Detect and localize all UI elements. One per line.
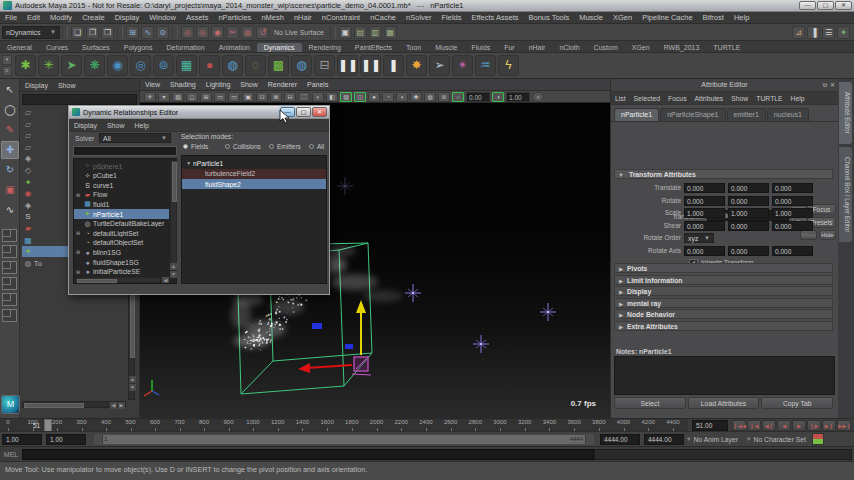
expand-icon[interactable]: ⊞ [74,249,82,255]
range-bar[interactable]: 1 4444 [94,434,594,445]
rotate-tool[interactable]: ↻ [1,161,19,179]
scale-tool[interactable]: ▣ [1,181,19,199]
dre-hscrollbar[interactable] [75,277,161,283]
attr-value-field[interactable]: 0.000 [684,196,725,206]
mode-radio-emitters[interactable]: Emitters [269,143,301,150]
dre-object-item[interactable]: ⊞●initialParticleSE [74,267,169,277]
exposure-icon[interactable]: ☼ [452,92,464,102]
dre-object-item[interactable]: ⊞◔defaultLightSet [74,228,169,238]
character-set-selector[interactable]: No Character Set [753,436,806,443]
section-display[interactable]: ▶Display [614,286,833,296]
pins-collide-icon[interactable]: ❚❚ [360,55,381,76]
play-backwards-button[interactable]: ◀ [777,420,791,431]
dre-connections-list[interactable]: ▾nParticle1turbulenceField2fluidShape2 [181,155,327,284]
play-forwards-button[interactable]: ▶ [792,420,806,431]
dynamic-relationships-editor-window[interactable]: Dynamic Relationships Editor — ▢ ✕ Displ… [68,105,330,295]
newton-field-icon[interactable]: ◍ [291,55,312,76]
isolate-select-icon[interactable]: ◖ [396,92,408,102]
shelf-tab-custom[interactable]: Custom [587,43,625,52]
playback-end-field[interactable]: 4444.00 [600,434,640,445]
xray-icon[interactable]: ◔ [382,92,394,102]
ae-menu-help[interactable]: Help [787,95,809,102]
outliner-menu-display[interactable]: Display [20,82,53,89]
command-input-field[interactable] [22,449,594,460]
frame-all-icon[interactable]: ⛶ [298,92,310,102]
scroll-down-icon[interactable]: ▼ [129,384,136,391]
nconstraint-icon[interactable]: ⊚ [153,55,174,76]
viewport-menu-lighting[interactable]: Lighting [201,81,236,88]
mode-radio-all[interactable]: All [309,143,324,150]
shelf-tab-fluids[interactable]: Fluids [464,43,497,52]
attr-value-field[interactable]: 0.000 [772,183,813,193]
image-plane-icon[interactable]: ▧ [172,92,184,102]
attr-value-field[interactable]: 0.000 [684,183,725,193]
save-scene-icon[interactable]: ❒ [101,26,114,39]
ae-tab-nparticle1[interactable]: nParticle1 [614,108,659,121]
dre-connection-item[interactable]: fluidShape2 [182,179,326,189]
close-button[interactable]: ✕ [835,1,852,10]
scroll-up-icon[interactable]: ▲ [129,376,136,383]
dre-object-item[interactable]: ▦fluid1 [74,199,169,209]
shelf-tab-toon[interactable]: Toon [399,43,428,52]
render-view-icon[interactable]: ▣ [339,26,352,39]
section-limit-information[interactable]: ▶Limit Information [614,275,833,285]
nparticle-grid-icon[interactable]: ▦ [176,55,197,76]
attr-value-field[interactable]: 0.000 [772,221,813,231]
shelf-tab-surfaces[interactable]: Surfaces [75,43,117,52]
dre-object-item[interactable]: ●fluidShape1SG [74,257,169,267]
dre-connection-item[interactable]: turbulenceField2 [182,169,326,179]
section-node-behavior[interactable]: ▶Node Behavior [614,309,833,319]
chevron-down-icon[interactable]: ▼ [686,436,691,442]
gamma-icon[interactable]: ◑ [492,92,504,102]
dre-filter-field[interactable] [73,146,177,156]
ae-menu-focus[interactable]: Focus [664,95,691,102]
shadows-icon[interactable]: ◧ [326,92,338,102]
menu-display[interactable]: Display [110,13,145,22]
shelf-tab-general[interactable]: General [0,43,39,52]
viewport-menu-renderer[interactable]: Renderer [263,81,302,88]
animation-start-field[interactable]: 1.00 [2,434,42,445]
notes-field[interactable] [614,356,835,395]
current-time-field[interactable]: 51.00 [692,420,728,431]
attr-value-field[interactable]: 0.000 [772,196,813,206]
maximize-button[interactable]: ▢ [817,1,834,10]
curve-tool[interactable]: ∿ [1,201,19,219]
ipr-render-icon[interactable]: ▥ [369,26,382,39]
film-gate-icon[interactable]: ▭ [214,92,226,102]
drag-field-icon[interactable]: ◌ [245,55,266,76]
attr-value-field[interactable]: 0.000 [728,246,769,256]
instancer-pins-icon[interactable]: ❚❚ [337,55,358,76]
section-mental-ray[interactable]: ▶mental ray [614,298,833,308]
scroll-right-icon[interactable]: ▶ [118,402,125,409]
field-chart-icon[interactable]: ⊡ [256,92,268,102]
show-button[interactable]: Show [800,230,817,240]
mode-radio-fields[interactable]: Fields [183,143,208,150]
toggle-channel-box-icon[interactable]: ✦ [837,26,850,39]
command-result-field[interactable] [594,449,852,460]
animation-end-field[interactable]: 4444.00 [644,434,684,445]
outliner-filter-field[interactable] [22,94,137,105]
go-to-end-button[interactable]: ▶▶❙ [837,420,851,431]
emit-from-object-icon[interactable]: ➤ [61,55,82,76]
prev-frame-button[interactable]: ◀❙ [762,420,776,431]
menu-file[interactable]: File [0,13,22,22]
menu-xgen[interactable]: XGen [608,13,637,22]
shelf-tab-rwb_2013[interactable]: RWB_2013 [657,43,707,52]
menu-bonus-tools[interactable]: Bonus Tools [523,13,574,22]
shelf-tab-animation[interactable]: Animation [212,43,257,52]
select-tool[interactable]: ↖ [1,81,19,99]
shelf-tab-deformation[interactable]: Deformation [160,43,212,52]
dre-vscrollbar[interactable] [170,160,177,270]
time-slider[interactable]: 0100200300400500600700800900100012001400… [0,418,854,431]
ae-tab-nucleus1[interactable]: nucleus1 [767,108,809,121]
menu-effects-assets[interactable]: Effects Assets [467,13,524,22]
menu-create[interactable]: Create [77,13,110,22]
menu-modify[interactable]: Modify [45,13,77,22]
tab-channel-box[interactable]: Channel Box / Layer Editor [839,147,852,242]
exposure-field[interactable]: 0.00 [466,92,490,102]
select-component-icon[interactable]: ◉ [211,26,224,39]
shelf-list-icon[interactable]: ≡ [2,66,12,76]
bookmark-icon[interactable]: ▾ [158,92,170,102]
menu-nconstraint[interactable]: nConstraint [317,13,365,22]
attr-value-field[interactable]: 0.000 [728,221,769,231]
